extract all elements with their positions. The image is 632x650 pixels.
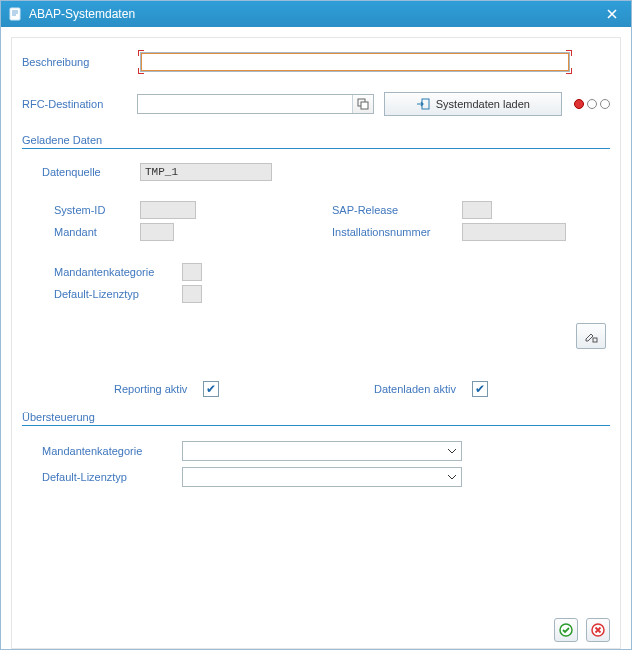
window-title: ABAP-Systemdaten: [29, 7, 601, 21]
loaded-section-title: Geladene Daten: [22, 134, 610, 146]
rfc-destination-field[interactable]: [137, 94, 373, 114]
sap-release-label: SAP-Release: [332, 204, 462, 216]
install-no-value: [462, 223, 566, 241]
dataload-active-label: Datenladen aktiv: [374, 383, 456, 395]
svg-rect-2: [361, 102, 368, 109]
svg-rect-0: [10, 8, 20, 20]
install-no-label: Installationsnummer: [332, 226, 462, 238]
reporting-active-checkbox[interactable]: [203, 381, 219, 397]
divider: [22, 425, 610, 426]
load-systemdata-button[interactable]: Systemdaten laden: [384, 92, 562, 116]
default-lic-value: [182, 285, 202, 303]
mandant-cat-value: [182, 263, 202, 281]
override-default-lic-select[interactable]: [182, 467, 462, 487]
ok-button[interactable]: [554, 618, 578, 642]
close-button[interactable]: [601, 3, 623, 25]
default-lic-label: Default-Lizenztyp: [54, 288, 182, 300]
settings-button[interactable]: [576, 323, 606, 349]
reporting-active-label: Reporting aktiv: [114, 383, 187, 395]
load-systemdata-label: Systemdaten laden: [436, 98, 530, 110]
override-section-title: Übersteuerung: [22, 411, 610, 423]
rfc-destination-input[interactable]: [138, 95, 351, 113]
dialog: ABAP-Systemdaten Beschreibung: [0, 0, 632, 650]
status-traffic-light: [574, 99, 610, 109]
description-input[interactable]: [140, 52, 570, 72]
system-id-value: [140, 201, 196, 219]
description-label: Beschreibung: [22, 56, 140, 68]
chevron-down-icon: [443, 442, 461, 460]
override-mandant-cat-label: Mandantenkategorie: [42, 445, 182, 457]
rfc-f4-help-button[interactable]: [352, 95, 373, 113]
mandant-value: [140, 223, 174, 241]
window-icon: [9, 7, 23, 21]
datasource-value: TMP_1: [140, 163, 272, 181]
mandant-label: Mandant: [54, 226, 140, 238]
rfc-label: RFC-Destination: [22, 98, 137, 110]
chevron-down-icon: [443, 468, 461, 486]
override-mandant-cat-select[interactable]: [182, 441, 462, 461]
status-yellow-dot: [587, 99, 597, 109]
dataload-active-checkbox[interactable]: [472, 381, 488, 397]
sap-release-value: [462, 201, 492, 219]
status-green-dot: [600, 99, 610, 109]
mandant-cat-label: Mandantenkategorie: [54, 266, 182, 278]
status-red-dot: [574, 99, 584, 109]
override-default-lic-label: Default-Lizenztyp: [42, 471, 182, 483]
divider: [22, 148, 610, 149]
import-icon: [416, 97, 430, 111]
titlebar: ABAP-Systemdaten: [1, 1, 631, 27]
system-id-label: System-ID: [54, 204, 140, 216]
datasource-label: Datenquelle: [42, 166, 140, 178]
cancel-button[interactable]: [586, 618, 610, 642]
svg-rect-4: [593, 338, 597, 342]
